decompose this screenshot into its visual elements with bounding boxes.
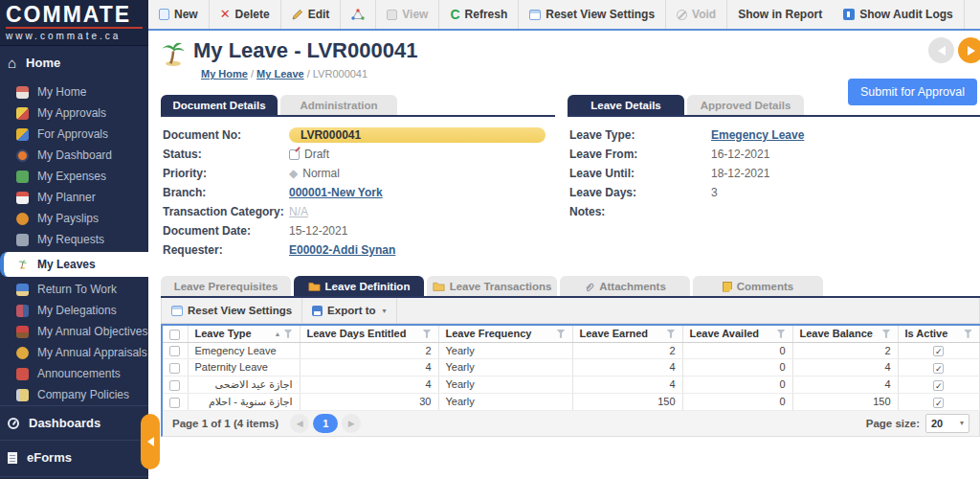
select-all-checkbox[interactable] xyxy=(169,330,180,340)
brand-logo: COMMATE www.commate.ca xyxy=(0,0,148,46)
sidebar-item-my-approvals[interactable]: My Approvals xyxy=(0,103,148,124)
cell-earned: 150 xyxy=(572,393,682,410)
previous-page-button[interactable]: ◀ xyxy=(290,414,309,433)
submit-for-approval-button[interactable]: Submit for Approval xyxy=(848,79,977,105)
show-in-report-button[interactable]: Show in Report xyxy=(727,0,833,29)
column-header-leave-availed[interactable]: Leave Availed xyxy=(682,325,792,342)
sidebar-item-for-approvals[interactable]: For Approvals xyxy=(0,124,148,145)
sidebar-item-announcements[interactable]: Announcements xyxy=(0,363,148,384)
document-panel-tabs: Document Details Administration xyxy=(161,95,555,117)
tab-leave-definition[interactable]: Leave Definition xyxy=(294,276,424,296)
tab-administration[interactable]: Administration xyxy=(280,95,397,115)
filter-icon[interactable] xyxy=(882,330,891,338)
requester-link[interactable]: E00002-Addi Synan xyxy=(289,243,395,257)
is-active-checkbox[interactable]: ✓ xyxy=(933,398,944,408)
sidebar-item-my-dashboard[interactable]: My Dashboard xyxy=(0,145,148,166)
sidebar-item-my-delegations[interactable]: My Delegations xyxy=(0,300,148,321)
megaphone-icon xyxy=(16,368,29,380)
page-size-control: Page size: 20 ▾ xyxy=(866,414,969,433)
tab-leave-transactions[interactable]: Leave Transactions xyxy=(427,276,557,296)
next-page-button[interactable]: ▶ xyxy=(342,414,361,433)
tab-comments[interactable]: Comments xyxy=(693,276,823,296)
branch-link[interactable]: 000001-New York xyxy=(289,186,383,199)
sidebar-item-my-leaves[interactable]: My Leaves xyxy=(0,252,148,277)
column-header-leave-frequency[interactable]: Leave Frequency xyxy=(438,325,572,342)
field-leave-type: Leave Type: Emegency Leave xyxy=(569,125,980,145)
filter-icon[interactable] xyxy=(557,330,566,338)
sidebar-item-my-annual-objectives[interactable]: My Annual Objectives xyxy=(0,321,148,342)
palm-tree-icon xyxy=(161,41,186,66)
workflow-button[interactable] xyxy=(341,0,376,29)
column-header-is-active[interactable]: Is Active xyxy=(898,325,980,342)
sidebar-item-my-home[interactable]: My Home xyxy=(0,81,148,103)
sidebar-collapse-handle[interactable] xyxy=(141,414,160,469)
tab-approved-details[interactable]: Approved Details xyxy=(687,95,804,115)
refresh-icon: C xyxy=(450,9,459,21)
sidebar-item-label: My Annual Appraisals xyxy=(37,346,147,359)
grid-reset-view-settings-button[interactable]: Reset View Settings xyxy=(162,298,302,323)
sidebar-item-return-to-work[interactable]: Return To Work xyxy=(0,279,148,300)
filter-icon[interactable] xyxy=(423,330,432,338)
next-record-button[interactable] xyxy=(958,37,980,63)
sidebar-item-company-policies[interactable]: Company Policies xyxy=(0,384,148,405)
table-row[interactable]: اجازة سنوية - احلام 30 Yearly 150 0 150 … xyxy=(162,393,980,410)
cell-availed: 0 xyxy=(682,393,792,410)
breadcrumb-my-home-link[interactable]: My Home xyxy=(201,68,248,80)
breadcrumb-my-leave-link[interactable]: My Leave xyxy=(256,68,304,80)
field-requester: Requester: E00002-Addi Synan xyxy=(163,240,555,260)
sidebar-section-eforms[interactable]: eForms xyxy=(0,440,148,474)
sidebar-section-dashboards[interactable]: Dashboards xyxy=(0,405,148,440)
tab-attachments[interactable]: Attachments xyxy=(560,276,690,296)
filter-icon[interactable] xyxy=(777,330,786,338)
tab-document-details[interactable]: Document Details xyxy=(161,95,278,115)
void-button[interactable]: Void xyxy=(666,0,727,29)
sidebar-section-home[interactable]: ⌂ Home xyxy=(0,46,148,80)
cell-leave-type: Paternity Leave xyxy=(188,359,300,376)
row-checkbox[interactable] xyxy=(169,346,180,356)
filter-icon[interactable] xyxy=(667,330,676,338)
tab-leave-prerequisites[interactable]: Leave Prerequisites xyxy=(161,276,291,296)
filter-icon[interactable] xyxy=(284,330,293,338)
filter-icon[interactable] xyxy=(964,330,972,338)
cell-leave-type: Emegency Leave xyxy=(188,342,300,359)
view-button[interactable]: View xyxy=(376,0,439,29)
sidebar-item-my-expenses[interactable]: My Expenses xyxy=(0,166,148,187)
edit-button[interactable]: Edit xyxy=(281,0,342,29)
column-header-leave-earned[interactable]: Leave Earned xyxy=(572,325,682,342)
row-checkbox[interactable] xyxy=(169,363,180,374)
leave-type-link[interactable]: Emegency Leave xyxy=(711,128,804,142)
arrow-left-icon xyxy=(938,46,946,56)
column-header-leave-type[interactable]: Leave Type ▲ xyxy=(188,325,300,342)
my-delegations-icon xyxy=(16,305,29,317)
reset-view-settings-button[interactable]: Reset View Settings xyxy=(519,0,666,29)
column-header-leave-balance[interactable]: Leave Balance xyxy=(792,325,898,342)
column-header-leave-days-entitled[interactable]: Leave Days Entitled xyxy=(300,325,438,342)
new-button[interactable]: New xyxy=(148,0,210,29)
sidebar-item-my-planner[interactable]: My Planner xyxy=(0,187,148,208)
palm-tree-icon xyxy=(16,260,29,269)
is-active-checkbox[interactable]: ✓ xyxy=(933,380,944,391)
table-row[interactable]: Paternity Leave 4 Yearly 4 0 4 ✓ xyxy=(162,359,980,376)
delete-button[interactable]: ✕ Delete xyxy=(210,0,281,29)
previous-record-button[interactable] xyxy=(928,37,954,63)
sidebar-item-my-annual-appraisals[interactable]: My Annual Appraisals xyxy=(0,342,148,363)
page-number-button[interactable]: 1 xyxy=(313,414,338,433)
refresh-button[interactable]: C Refresh xyxy=(439,0,519,29)
is-active-checkbox[interactable]: ✓ xyxy=(933,363,944,374)
sidebar-item-my-payslips[interactable]: My Payslips xyxy=(0,208,148,229)
sidebar-item-my-requests[interactable]: My Requests xyxy=(0,229,148,250)
pagination-controls: ◀ 1 ▶ xyxy=(290,414,361,433)
row-checkbox[interactable] xyxy=(169,398,180,408)
export-to-button[interactable]: Export to ▾ xyxy=(302,298,397,323)
appraisals-medal-icon xyxy=(16,347,29,359)
row-checkbox[interactable] xyxy=(169,380,180,391)
show-audit-logs-button[interactable]: Show Audit Logs xyxy=(833,0,965,29)
sidebar-item-label: My Expenses xyxy=(37,170,106,183)
select-all-header[interactable] xyxy=(162,325,188,342)
page-header: My Leave - LVR000041 xyxy=(161,39,980,66)
page-size-select[interactable]: 20 ▾ xyxy=(925,414,969,433)
tab-leave-details[interactable]: Leave Details xyxy=(568,95,684,115)
table-row[interactable]: Emegency Leave 2 Yearly 2 0 2 ✓ xyxy=(162,342,980,359)
is-active-checkbox[interactable]: ✓ xyxy=(933,346,944,356)
table-row[interactable]: اجازة عيد الاضحى 4 Yearly 4 0 4 ✓ xyxy=(162,376,980,393)
